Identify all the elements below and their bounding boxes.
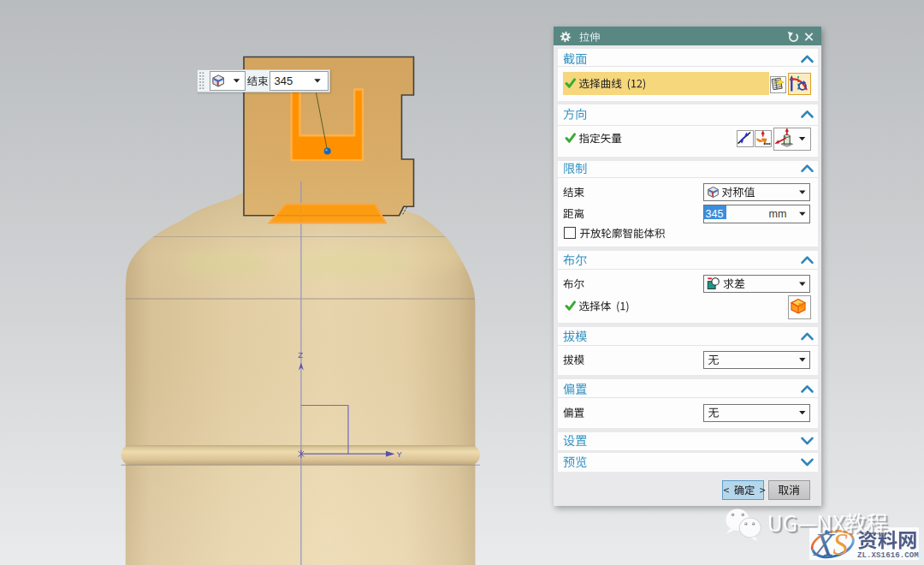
svg-text:345: 345 [706, 208, 724, 220]
svg-text:ZL.XS1616.COM: ZL.XS1616.COM [857, 551, 919, 560]
svg-text:345: 345 [275, 74, 293, 87]
svg-text:mm: mm [769, 208, 787, 220]
